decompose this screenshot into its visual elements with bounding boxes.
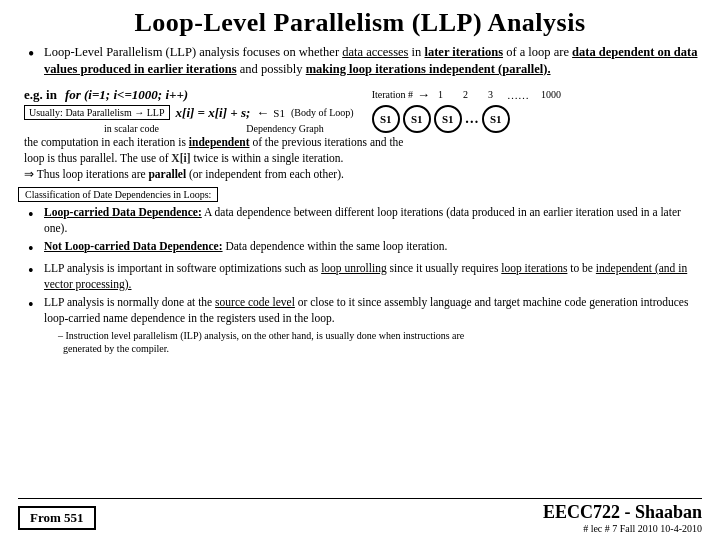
classification-section: Classification of Date Dependencies in L… <box>18 186 702 205</box>
eg-left: e.g. in for (i=1; i<=1000; i++) Usually:… <box>24 87 354 134</box>
body-of-loop-label: (Body of Loop) <box>291 107 354 118</box>
c-text-2: Not Loop-carried Data Dependence: Data d… <box>44 239 447 255</box>
c-dot-2: • <box>28 239 44 258</box>
comp-text-3: ⇒ Thus loop iterations are parallel (or … <box>24 168 344 180</box>
intro-bullet-item: • Loop-Level Parallelism (LLP) analysis … <box>28 44 702 78</box>
iter-dots: …… <box>507 89 529 101</box>
c-bullet-1: • Loop-carried Data Dependence: A data d… <box>28 205 702 236</box>
iteration-diagram: Iteration # → 1 2 3 …… 1000 S1 S1 S1 … S… <box>372 87 561 133</box>
iter-num-3: 3 <box>488 89 493 100</box>
classification-bullets: • Loop-carried Data Dependence: A data d… <box>28 205 702 358</box>
s1-label: S1 <box>273 107 285 119</box>
dep-graph: Dependency Graph <box>246 123 323 134</box>
iter-header: Iteration # → 1 2 3 …… 1000 <box>372 87 561 103</box>
lec-info: # lec # 7 Fall 2010 10-4-2010 <box>583 523 702 534</box>
iter-box-2: S1 <box>403 105 431 133</box>
indented-note: – Instruction level parallelism (ILP) an… <box>58 329 702 355</box>
c-bullet-3: • LLP analysis is important in software … <box>28 261 702 292</box>
usually-label: Usually: Data Parallelism → LLP <box>24 105 170 120</box>
iter-num-1000: 1000 <box>541 89 561 100</box>
c-text-4: LLP analysis is normally done at the sou… <box>44 295 702 326</box>
iter-boxes: S1 S1 S1 … S1 <box>372 105 510 133</box>
c-dot-4: • <box>28 295 44 314</box>
iter-box-1000: S1 <box>482 105 510 133</box>
in-scalar-code: in scalar code <box>104 123 159 134</box>
iter-ellipsis: … <box>465 111 479 127</box>
xi-code: x[i] = x[i] + s; <box>176 105 251 121</box>
s1-arrow: ← S1 <box>256 105 285 121</box>
page: Loop-Level Parallelism (LLP) Analysis • … <box>0 0 720 540</box>
computation-text: the computation in each iteration is ind… <box>24 134 702 182</box>
eg-main-row: e.g. in for (i=1; i<=1000; i++) Usually:… <box>24 87 702 134</box>
for-code: for (i=1; i<=1000; i++) <box>65 87 188 103</box>
bullet-dot: • <box>28 44 44 66</box>
from551-label: From 551 <box>18 506 96 530</box>
iter-box-1: S1 <box>372 105 400 133</box>
c-bullet-4: • LLP analysis is normally done at the s… <box>28 295 702 326</box>
c-dot-3: • <box>28 261 44 280</box>
c-text-1: Loop-carried Data Dependence: A data dep… <box>44 205 702 236</box>
iter-num-1: 1 <box>438 89 443 100</box>
intro-section: • Loop-Level Parallelism (LLP) analysis … <box>28 44 702 81</box>
eg-for-line: e.g. in for (i=1; i<=1000; i++) <box>24 87 354 103</box>
comp-text-1: the computation in each iteration is ind… <box>24 136 403 148</box>
iteration-hash-label: Iteration # <box>372 89 413 100</box>
classification-box-label: Classification of Date Dependencies in L… <box>18 187 218 202</box>
page-title: Loop-Level Parallelism (LLP) Analysis <box>18 8 702 38</box>
iter-box-3: S1 <box>434 105 462 133</box>
scalar-dep-row: in scalar code Dependency Graph <box>24 123 354 134</box>
c-bullet-2: • Not Loop-carried Data Dependence: Data… <box>28 239 702 258</box>
eg-label: e.g. in <box>24 87 57 103</box>
usually-xi-row: Usually: Data Parallelism → LLP x[i] = x… <box>24 105 354 121</box>
comp-text-2: loop is thus parallel. The use of X[i] t… <box>24 152 344 164</box>
c-text-3: LLP analysis is important in software op… <box>44 261 702 292</box>
c-dot-1: • <box>28 205 44 224</box>
eecc-section: EECC722 - Shaaban # lec # 7 Fall 2010 10… <box>543 502 702 534</box>
arrow-left-icon: ← <box>256 105 269 121</box>
eecc-label: EECC722 - Shaaban <box>543 502 702 523</box>
intro-text: Loop-Level Parallelism (LLP) analysis fo… <box>44 44 702 78</box>
iter-num-2: 2 <box>463 89 468 100</box>
bottom-bar: From 551 EECC722 - Shaaban # lec # 7 Fal… <box>18 498 702 534</box>
